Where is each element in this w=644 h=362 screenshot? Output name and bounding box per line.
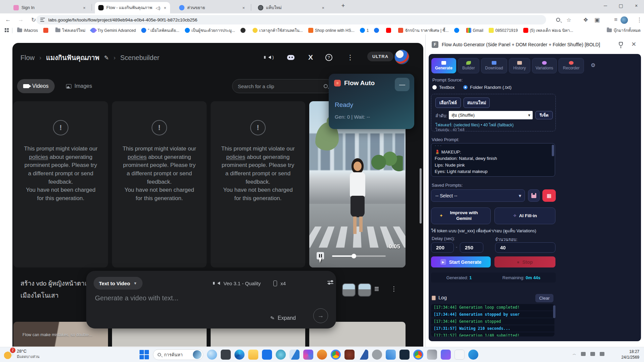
project-title[interactable]: แมงกินฟันคุณภาพ (46, 52, 99, 63)
bookmark-item[interactable]: เป็นผู้ชนะด้วยการประมู... (185, 27, 235, 34)
side-panel-icon[interactable]: ▣ (592, 15, 602, 24)
panel-settings-gear-icon[interactable]: ⚙ (591, 62, 595, 68)
photoshop-icon[interactable] (399, 350, 410, 360)
popup-minimize-button[interactable]: — (395, 78, 410, 91)
tab-videos[interactable]: Videos (17, 79, 55, 93)
submit-arrow-button[interactable]: → (313, 308, 328, 323)
policies-link[interactable]: policies (226, 154, 245, 160)
reading-list-icon[interactable]: ≡ (611, 15, 621, 24)
side-panel-close-icon[interactable]: ✕ (631, 41, 636, 48)
video-prompt-textarea[interactable]: · · · 💄 MAKEUP: Foundation: Natural, dew… (431, 143, 555, 177)
panel-tab-variations[interactable]: Variations (532, 58, 557, 73)
edit-pencil-icon[interactable]: ✎ (104, 54, 109, 61)
rescan-button[interactable]: สแกนใหม่ (464, 98, 490, 108)
textarea-scrollbar[interactable] (552, 145, 554, 156)
bookmark-item[interactable]: (5) เพลงเด็ก พ่อเฉ นิทา... (523, 27, 573, 34)
mode-selector[interactable]: Text to Video ▼ (94, 277, 143, 290)
weather-widget[interactable]: 2 28°C มีแดดบางส่วน (3, 349, 40, 360)
chrome-2-icon[interactable] (413, 350, 423, 360)
close-tab-icon[interactable]: × (322, 5, 324, 10)
battery-icon[interactable] (600, 352, 604, 356)
all-bookmarks-button[interactable]: บุ๊กมาร์กทั้งหมด (607, 27, 641, 34)
slider-knob[interactable] (352, 254, 356, 258)
clip-menu-kebab-icon[interactable]: ⋮ (391, 285, 397, 293)
video-seek-slider[interactable] (332, 255, 386, 257)
firefox-icon[interactable] (344, 350, 355, 360)
copilot-icon[interactable] (207, 350, 217, 360)
send-app-icon[interactable] (468, 350, 478, 360)
reset-button[interactable]: รีเซ็ต (535, 111, 553, 119)
log-output[interactable]: [17:34:44] Generation loop completed! [1… (431, 304, 554, 337)
video-version-thumbnail[interactable] (358, 283, 371, 297)
bookmark-item[interactable]: 1 (360, 28, 369, 33)
tab-images[interactable]: Images (60, 79, 98, 93)
clip-search-input[interactable]: Search for a clip (232, 79, 333, 93)
chrome-icon[interactable] (331, 350, 341, 360)
breadcrumb-flow[interactable]: Flow (20, 54, 35, 62)
bookmark-item[interactable] (454, 28, 461, 33)
omnibox[interactable]: labs.google/fx/tools/flow/project/489eb9… (36, 15, 546, 24)
window-maximize-button[interactable]: ▢ (613, 0, 629, 11)
notepad-icon[interactable] (454, 350, 465, 360)
bookmark-item[interactable] (386, 28, 393, 33)
zoom-icon[interactable] (553, 15, 563, 24)
network-icon[interactable] (581, 352, 586, 356)
start-generate-button[interactable]: ▶ Start Generate (431, 256, 491, 267)
extensions-puzzle-icon[interactable]: ❖ (581, 15, 590, 24)
browser-tab-signin[interactable]: Sign In × (10, 2, 89, 13)
saved-prompts-select[interactable]: -- Select -- (431, 189, 525, 202)
order-select[interactable]: สุ่ม (Shuffle) (449, 111, 533, 119)
panel-tab-download[interactable]: Download (481, 58, 507, 73)
browser-tab-newtab[interactable]: แท็บใหม่ × (255, 2, 328, 13)
visual-studio-icon[interactable] (441, 350, 451, 360)
site-info-icon[interactable] (40, 18, 45, 22)
close-tab-icon[interactable]: × (164, 5, 166, 10)
bookmark-item[interactable] (240, 28, 247, 33)
user-avatar[interactable] (394, 50, 409, 64)
expand-button[interactable]: ✎ Expand (270, 315, 296, 321)
policies-link[interactable]: policies (127, 154, 147, 160)
tray-chevron-icon[interactable]: ︿ (573, 351, 576, 356)
back-icon[interactable]: ← (3, 15, 13, 24)
x-twitter-icon[interactable]: X (306, 53, 315, 62)
bookmark-item[interactable]: Try Gemini Advanced (91, 28, 136, 33)
video-version-thumbnail[interactable] (342, 283, 356, 297)
forward-icon[interactable]: → (16, 15, 25, 24)
file-explorer-icon[interactable] (248, 350, 258, 360)
edge-icon[interactable] (234, 350, 245, 360)
taskbar-search-input[interactable]: การค้นหา (153, 349, 203, 360)
panel-tab-builder[interactable]: Builder (458, 58, 479, 73)
browser-tab-flow[interactable]: Flow - แมงกินฟันคุณภาพ ◁) × (95, 2, 170, 13)
apps-grid-icon[interactable] (5, 28, 9, 33)
help-icon[interactable]: ? (324, 53, 333, 62)
powerpoint-icon[interactable] (317, 350, 327, 360)
window-minimize-button[interactable]: ─ (598, 0, 613, 11)
volume-icon[interactable]: ) (267, 53, 275, 62)
model-selector[interactable]: Veo 3.1 - Quality x4 (217, 277, 286, 290)
choose-file-button[interactable]: เลือกไฟล์ (435, 98, 461, 108)
outlook-icon[interactable] (289, 350, 300, 360)
tab-audio-icon[interactable]: ◁) (156, 5, 160, 10)
delay-max-input[interactable] (460, 242, 483, 253)
prompt-input[interactable]: Generate a video with text... (95, 294, 178, 302)
snipping-tool-icon[interactable] (221, 350, 231, 360)
panel-scrollbar[interactable] (553, 305, 555, 318)
profile-avatar[interactable] (621, 16, 628, 24)
taskbar-clock[interactable]: 18:27 24/1/2569 (622, 349, 639, 361)
discord-icon[interactable] (286, 53, 295, 62)
bookmark-item[interactable] (43, 28, 50, 33)
radio-folder-random[interactable]: Folder Random (.txt) (463, 85, 512, 90)
improve-with-gemini-button[interactable]: ✦ Improve with Gemini (431, 207, 491, 224)
pin-icon[interactable] (619, 42, 623, 46)
bookmark-item[interactable]: จักรบ้าน ราคาพิเศษ | ซื้... (398, 27, 448, 34)
breadcrumb-scenebuilder[interactable]: Scenebuilder (120, 54, 159, 62)
panel-tab-recorder[interactable]: Recorder (558, 58, 584, 73)
bookmark-item[interactable]: Gmail (466, 28, 483, 33)
stop-button[interactable]: ■ Stop (494, 256, 555, 267)
delay-min-input[interactable] (431, 242, 454, 253)
radio-textbox[interactable]: Textbox (432, 85, 455, 90)
window-close-button[interactable]: × (629, 0, 644, 11)
photos-icon[interactable] (303, 350, 313, 360)
page-scrollbar[interactable] (420, 168, 422, 224)
browser-tab-extensions[interactable]: ส่วนขยาย × (176, 2, 248, 13)
